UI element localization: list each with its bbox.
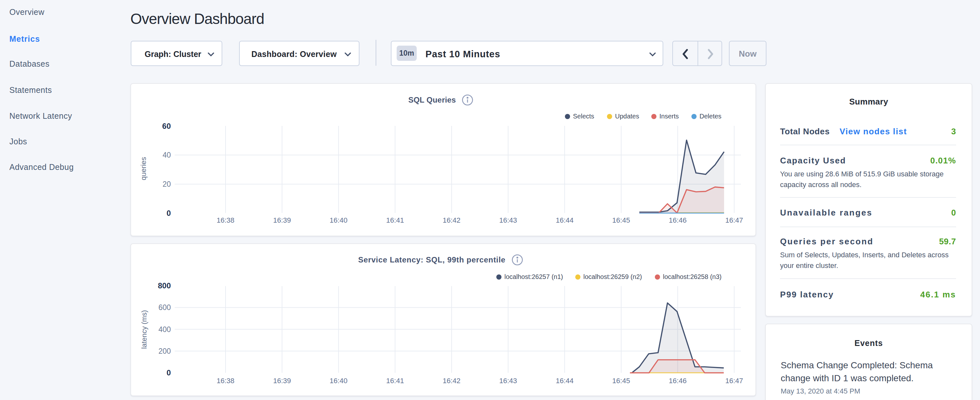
svg-text:16:47: 16:47 (725, 377, 743, 385)
svg-text:16:39: 16:39 (273, 377, 291, 385)
svg-text:16:40: 16:40 (330, 377, 347, 385)
svg-text:16:46: 16:46 (669, 216, 687, 224)
svg-text:0: 0 (167, 209, 171, 217)
svg-text:16:43: 16:43 (499, 216, 517, 224)
svg-text:latency (ms): latency (ms) (140, 310, 148, 349)
svg-text:16:42: 16:42 (442, 216, 460, 224)
svg-text:400: 400 (159, 325, 171, 334)
svg-text:16:45: 16:45 (612, 216, 630, 224)
svg-text:16:42: 16:42 (442, 377, 460, 385)
svg-text:16:38: 16:38 (216, 377, 234, 385)
svg-text:16:38: 16:38 (216, 216, 234, 224)
svg-text:16:47: 16:47 (725, 216, 743, 224)
svg-text:16:44: 16:44 (556, 377, 574, 385)
svg-text:0: 0 (167, 368, 171, 377)
svg-text:16:45: 16:45 (612, 377, 630, 385)
svg-text:16:40: 16:40 (330, 216, 347, 224)
svg-text:16:44: 16:44 (556, 216, 574, 224)
svg-text:16:41: 16:41 (386, 216, 404, 224)
svg-text:16:46: 16:46 (669, 377, 687, 385)
svg-text:200: 200 (159, 347, 171, 355)
svg-text:16:43: 16:43 (499, 377, 517, 385)
svg-text:queries: queries (140, 157, 148, 180)
svg-text:60: 60 (162, 122, 171, 131)
svg-text:600: 600 (159, 303, 171, 312)
svg-text:800: 800 (158, 281, 171, 290)
svg-text:16:41: 16:41 (386, 377, 404, 385)
svg-text:40: 40 (162, 151, 171, 159)
svg-text:16:39: 16:39 (273, 216, 291, 224)
svg-text:20: 20 (162, 180, 171, 188)
